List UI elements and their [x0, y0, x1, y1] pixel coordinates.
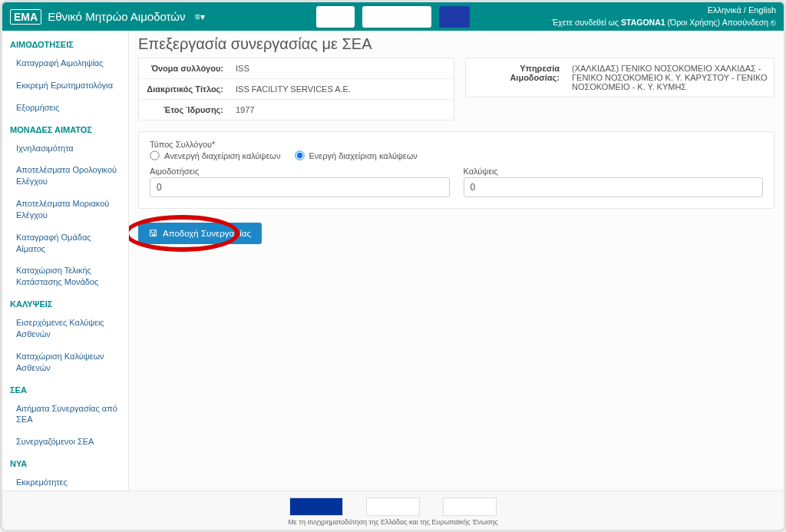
sidebar-item[interactable]: Εκκρεμότητες: [2, 471, 128, 491]
main-content: Επεξεργασία συνεργασίας με ΣΕΑ Όνομα συλ…: [129, 31, 784, 491]
donations-label: Αιμοδοτήσεις: [150, 167, 450, 176]
menu-header: ΣΕΑ: [2, 379, 128, 398]
sidebar-item[interactable]: Καταχώριση Καλύψεων Ασθενών: [2, 345, 128, 379]
footer-text: Με τη συγχρηματοδότηση της Ελλάδας και τ…: [288, 518, 497, 526]
coverages-label: Καλύψεις: [464, 167, 764, 176]
login-user: STAGONA1: [621, 18, 665, 27]
sidebar-item[interactable]: Καταγραφή Αιμοληψίας: [2, 52, 128, 74]
footer-logo-eu: [289, 497, 343, 516]
service-value: (ΧΑΛΚΙΔΑΣ) ΓΕΝΙΚΟ ΝΟΣΟΚΟΜΕΙΟ ΧΑΛΚΙΔΑΣ - …: [566, 58, 774, 97]
logo-eu: [439, 6, 470, 28]
sidebar-item[interactable]: Καταγραφή Ομάδας Αίματος: [2, 226, 128, 260]
sidebar-item[interactable]: Εκκρεμή Ερωτηματολόγια: [2, 74, 128, 97]
footer: Με τη συγχρηματοδότηση της Ελλάδας και τ…: [2, 491, 784, 532]
radio-active-label: Ενεργή διαχείριση καλύψεων: [309, 151, 418, 160]
sidebar[interactable]: ΑΙΜΟΔΟΤΗΣΕΙΣΚαταγραφή ΑιμοληψίαςΕκκρεμή …: [2, 31, 129, 491]
accept-button[interactable]: 🖫 Αποδοχή Συνεργασίας: [138, 223, 262, 244]
page-title: Επεξεργασία συνεργασίας με ΣΕΑ: [138, 35, 774, 53]
sidebar-item[interactable]: Συνεργαζόμενοι ΣΕΑ: [2, 431, 128, 453]
logout-link[interactable]: Αποσύνδεση ⎋: [722, 18, 776, 27]
login-prefix: Έχετε συνδεθεί ως: [552, 18, 621, 27]
sidebar-item[interactable]: Εξορμήσεις: [2, 97, 128, 119]
lang-link[interactable]: Ελληνικά / English: [708, 5, 776, 15]
club-alt-value: ISS FACILITY SERVICES A.E.: [230, 79, 454, 99]
footer-logos: [289, 497, 497, 516]
club-type-label: Τύπος Συλλόγου*: [150, 140, 763, 149]
logo-grnet: [362, 6, 431, 28]
sidebar-item[interactable]: Αποτελέσματα Μοριακού Ελέγχου: [2, 193, 128, 226]
topbar: EMA Εθνικό Μητρώο Αιμοδοτών ≡▾ Ελληνικά …: [2, 2, 784, 31]
menu-toggle-icon[interactable]: ≡▾: [195, 12, 205, 22]
club-year-value: 1977: [230, 100, 454, 120]
accept-button-label: Αποδοχή Συνεργασίας: [163, 229, 251, 238]
topbar-right: Ελληνικά / English Έχετε συνδεθεί ως STA…: [552, 5, 776, 28]
service-label: Υπηρεσία Αιμοδοσίας:: [466, 58, 566, 97]
donations-input[interactable]: [150, 177, 450, 197]
sidebar-item[interactable]: Εισερχόμενες Καλύψεις Ασθενών: [2, 312, 128, 345]
radio-inactive-label: Ανενεργή διαχείριση καλύψεων: [164, 151, 280, 160]
brand-logo: EMA: [10, 9, 41, 25]
save-icon: 🖫: [149, 229, 158, 238]
form-panel: Τύπος Συλλόγου* Ανενεργή διαχείριση καλύ…: [138, 131, 774, 209]
coverages-input[interactable]: [464, 177, 764, 197]
sidebar-item[interactable]: Καταχώριση Τελικής Κατάστασης Μονάδος: [2, 259, 128, 293]
club-name-label: Όνομα συλλόγου:: [139, 58, 230, 78]
radio-active[interactable]: [295, 150, 304, 160]
sidebar-item[interactable]: Αιτήματα Συνεργασίας από ΣΕΑ: [2, 398, 128, 431]
club-info-panel: Όνομα συλλόγου: ISS Διακριτικός Τίτλος: …: [138, 58, 454, 121]
brand: EMA Εθνικό Μητρώο Αιμοδοτών ≡▾: [10, 9, 205, 25]
club-name-value: ISS: [230, 58, 454, 78]
logo-ekea: [316, 6, 355, 28]
menu-header: ΑΙΜΟΔΟΤΗΣΕΙΣ: [2, 34, 128, 52]
logout-icon: ⎋: [771, 18, 776, 27]
login-terms[interactable]: (Όροι Χρήσης): [668, 18, 722, 27]
sidebar-item[interactable]: Ιχνηλασιμότητα: [2, 137, 128, 160]
brand-title: Εθνικό Μητρώο Αιμοδοτών: [48, 10, 185, 23]
header-logos: [316, 6, 470, 28]
footer-logo-digital: [366, 497, 420, 516]
sidebar-item[interactable]: Αποτελέσματα Ορολογικού Ελέγχου: [2, 159, 128, 193]
menu-header: ΚΑΛΥΨΕΙΣ: [2, 293, 128, 312]
footer-logo-espa: [443, 497, 497, 516]
club-year-label: Έτος Ίδρυσης:: [139, 100, 230, 120]
menu-header: ΝΥΑ: [2, 453, 128, 471]
radio-inactive[interactable]: [150, 150, 159, 160]
service-panel: Υπηρεσία Αιμοδοσίας: (ΧΑΛΚΙΔΑΣ) ΓΕΝΙΚΟ Ν…: [465, 58, 774, 97]
menu-header: ΜΟΝΑΔΕΣ ΑΙΜΑΤΟΣ: [2, 119, 128, 137]
club-alt-label: Διακριτικός Τίτλος:: [139, 79, 230, 99]
